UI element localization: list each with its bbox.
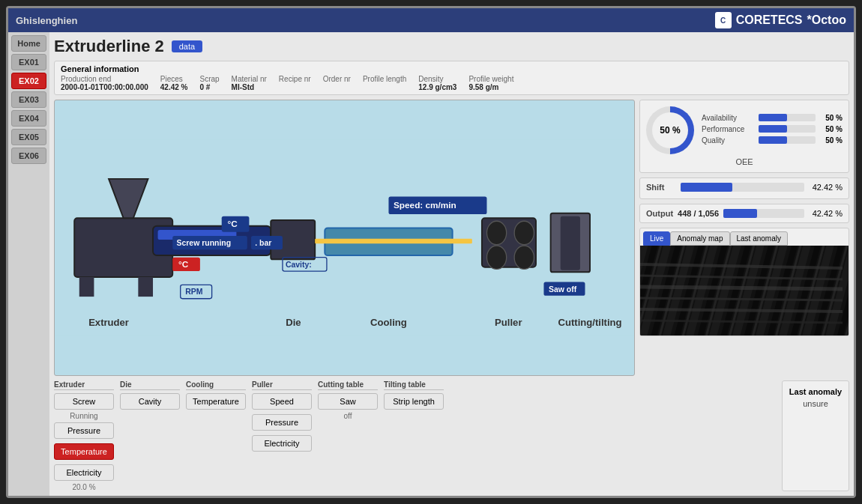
info-density: Density 12.9 g/cm3 (418, 75, 456, 91)
quality-label: Quality (702, 136, 754, 145)
recipe-label: Recipe nr (279, 75, 311, 83)
info-pieces: Pieces 42.42 % (160, 75, 188, 91)
tilting-strip-length-btn[interactable]: Strip length (384, 393, 444, 410)
svg-point-15 (514, 246, 534, 269)
camera-panel: Live Anomaly map Last anomaly (639, 228, 849, 336)
svg-text:Saw off: Saw off (549, 285, 577, 294)
svg-rect-5 (79, 277, 94, 297)
section-die: Die Cavity (120, 380, 180, 491)
output-panel: Output 448 / 1,056 42.42 % (639, 204, 849, 223)
shift-bar (681, 183, 732, 192)
data-badge[interactable]: data (172, 40, 202, 52)
shift-panel: Shift 42.42 % (639, 177, 849, 199)
cam-tab-last-anomaly[interactable]: Last anomaly (730, 231, 788, 246)
puller-pressure-btn[interactable]: Pressure (252, 414, 312, 431)
output-pct: 42.42 % (809, 209, 843, 218)
extruder-screw-btn[interactable]: Screw (54, 393, 114, 410)
extruder-pressure-btn[interactable]: Pressure (54, 422, 114, 439)
output-bar-bg (723, 209, 804, 218)
extruder-temperature-btn[interactable]: Temperature (54, 443, 114, 460)
section-tilting-table: Tilting table Strip length (384, 380, 444, 491)
quality-pct: 50 % (820, 136, 843, 145)
svg-text:Cavity:: Cavity: (286, 261, 312, 269)
shift-pct: 42.42 % (809, 183, 843, 192)
right-panel: 50 % Availability 50 % (639, 100, 849, 376)
info-material: Material nr MI-Std (232, 75, 267, 91)
last-anomaly-status: unsure (789, 399, 843, 408)
density-label: Density (418, 75, 456, 83)
info-order: Order nr (323, 75, 351, 91)
brand-area: C CORETECS *Octoo (715, 12, 846, 28)
availability-label: Availability (702, 114, 754, 122)
profile-weight-value: 9.58 g/m (468, 83, 498, 91)
profile-length-label: Profile length (363, 75, 406, 83)
oee-label: OEE (646, 157, 843, 166)
info-scrap: Scrap 0 # (199, 75, 219, 91)
oee-gauge-row: 50 % Availability 50 % (646, 106, 843, 154)
die-cavity-btn[interactable]: Cavity (120, 393, 180, 410)
metric-availability: Availability 50 % (702, 114, 843, 122)
top-bar: Ghislenghien C CORETECS *Octoo (8, 8, 854, 32)
cutting-saw-btn[interactable]: Saw (318, 393, 378, 410)
material-value: MI-Std (232, 83, 255, 91)
section-cutting-table: Cutting table Saw off (318, 380, 378, 491)
profile-weight-label: Profile weight (468, 75, 513, 83)
section-cooling-title: Cooling (186, 380, 246, 390)
cooling-temperature-btn[interactable]: Temperature (186, 393, 246, 410)
sidebar-item-ex02[interactable]: EX02 (11, 73, 46, 89)
order-label: Order nr (323, 75, 351, 83)
section-extruder-title: Extruder (54, 380, 114, 390)
brand-label: CORETECS (736, 13, 803, 27)
puller-electricity-btn[interactable]: Electricity (252, 435, 312, 452)
last-anomaly-title: Last anomaly (789, 387, 843, 396)
svg-text:RPM: RPM (185, 288, 203, 296)
info-profile-weight: Profile weight 9.58 g/m (468, 75, 513, 91)
svg-rect-10 (315, 239, 472, 244)
sidebar-item-ex01[interactable]: EX01 (11, 54, 46, 70)
svg-text:Extruder: Extruder (88, 317, 129, 328)
puller-speed-btn[interactable]: Speed (252, 393, 312, 410)
svg-text:Die: Die (286, 317, 301, 328)
info-recipe: Recipe nr (279, 75, 311, 91)
section-tilting-title: Tilting table (384, 380, 444, 390)
availability-bar (759, 114, 787, 121)
svg-line-46 (640, 287, 843, 289)
performance-bar-bg (759, 125, 816, 133)
pieces-label: Pieces (160, 75, 188, 83)
performance-label: Performance (702, 125, 754, 133)
svg-rect-6 (138, 277, 153, 297)
location-label: Ghislenghien (16, 15, 77, 26)
machine-diagram: Speed: cm/min °C Screw running . bar (54, 100, 635, 376)
svg-text:°C: °C (178, 259, 189, 269)
oee-panel: 50 % Availability 50 % (639, 100, 849, 173)
quality-bar (759, 136, 787, 144)
sidebar: Home EX01 EX02 EX03 EX04 EX05 EX06 (8, 32, 49, 496)
sidebar-item-ex04[interactable]: EX04 (11, 110, 46, 127)
metric-quality: Quality 50 % (702, 136, 843, 145)
sidebar-item-ex05[interactable]: EX05 (11, 129, 46, 145)
sidebar-item-home[interactable]: Home (11, 35, 46, 52)
app-label: *Octoo (807, 13, 846, 27)
output-row: Output 448 / 1,056 42.42 % (646, 209, 843, 218)
extruder-screw-sub: Running (70, 412, 97, 420)
cam-tab-live[interactable]: Live (643, 231, 670, 246)
sidebar-item-ex06[interactable]: EX06 (11, 148, 46, 164)
svg-text:Screw running: Screw running (176, 239, 231, 247)
svg-text:Speed:   cm/min: Speed: cm/min (394, 200, 456, 210)
performance-bar (759, 125, 787, 133)
svg-point-13 (514, 221, 534, 244)
section-puller: Puller Speed Pressure Electricity (252, 380, 312, 491)
shift-row: Shift 42.42 % (646, 183, 843, 192)
svg-text:°C: °C (228, 219, 238, 228)
performance-pct: 50 % (820, 125, 843, 133)
oee-gauge: 50 % (646, 106, 694, 154)
availability-pct: 50 % (820, 114, 843, 122)
cam-tab-anomaly-map[interactable]: Anomaly map (670, 231, 729, 246)
sidebar-item-ex03[interactable]: EX03 (11, 91, 46, 108)
output-bar (723, 209, 757, 218)
extruder-electricity-btn[interactable]: Electricity (54, 464, 114, 481)
shift-label: Shift (646, 183, 676, 192)
scrap-value: 0 # (199, 83, 210, 91)
last-anomaly-panel: Last anomaly unsure (782, 380, 849, 491)
svg-point-14 (486, 246, 506, 269)
